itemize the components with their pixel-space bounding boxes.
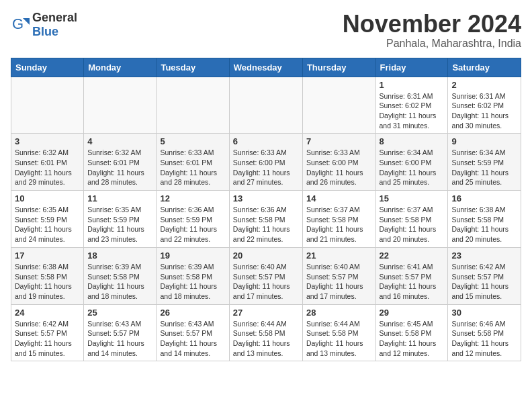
day-info: Sunrise: 6:40 AMSunset: 5:57 PMDaylight:… xyxy=(233,262,299,302)
day-number: 27 xyxy=(233,308,299,318)
calendar-cell: 2Sunrise: 6:31 AMSunset: 6:02 PMDaylight… xyxy=(448,77,521,134)
day-number: 12 xyxy=(160,193,225,203)
weekday-header: Thursday xyxy=(302,58,375,77)
day-info: Sunrise: 6:45 AMSunset: 5:58 PMDaylight:… xyxy=(380,319,445,359)
month-title: November 2024 xyxy=(343,11,521,38)
day-number: 4 xyxy=(87,136,152,146)
day-number: 24 xyxy=(15,308,80,318)
day-info: Sunrise: 6:33 AMSunset: 6:00 PMDaylight:… xyxy=(233,148,299,187)
day-number: 13 xyxy=(233,193,299,203)
calendar-table: SundayMondayTuesdayWednesdayThursdayFrid… xyxy=(11,58,521,362)
day-number: 29 xyxy=(380,308,445,318)
calendar-cell: 18Sunrise: 6:39 AMSunset: 5:58 PMDayligh… xyxy=(84,247,157,304)
weekday-header: Friday xyxy=(375,58,448,77)
calendar-cell: 28Sunrise: 6:44 AMSunset: 5:58 PMDayligh… xyxy=(302,304,375,361)
day-number: 28 xyxy=(306,308,372,318)
day-info: Sunrise: 6:37 AMSunset: 5:58 PMDaylight:… xyxy=(380,205,445,244)
weekday-header: Monday xyxy=(84,58,157,77)
day-number: 26 xyxy=(160,308,225,318)
calendar-cell xyxy=(11,77,84,134)
calendar-cell: 3Sunrise: 6:32 AMSunset: 6:01 PMDaylight… xyxy=(11,134,84,191)
day-number: 23 xyxy=(451,250,517,261)
calendar-cell: 20Sunrise: 6:40 AMSunset: 5:57 PMDayligh… xyxy=(229,247,302,304)
calendar-cell: 27Sunrise: 6:44 AMSunset: 5:58 PMDayligh… xyxy=(229,304,302,361)
day-number: 20 xyxy=(233,250,299,261)
calendar-cell: 1Sunrise: 6:31 AMSunset: 6:02 PMDaylight… xyxy=(375,77,448,134)
calendar-cell: 21Sunrise: 6:40 AMSunset: 5:57 PMDayligh… xyxy=(302,247,375,304)
day-info: Sunrise: 6:39 AMSunset: 5:58 PMDaylight:… xyxy=(160,262,225,302)
svg-text:G: G xyxy=(12,15,24,32)
weekday-header: Saturday xyxy=(448,58,521,77)
calendar-cell: 30Sunrise: 6:46 AMSunset: 5:58 PMDayligh… xyxy=(448,304,521,361)
calendar-cell: 9Sunrise: 6:34 AMSunset: 5:59 PMDaylight… xyxy=(448,134,521,191)
day-info: Sunrise: 6:42 AMSunset: 5:57 PMDaylight:… xyxy=(451,262,517,302)
calendar-header-row: SundayMondayTuesdayWednesdayThursdayFrid… xyxy=(11,58,521,77)
day-info: Sunrise: 6:33 AMSunset: 6:01 PMDaylight:… xyxy=(160,148,225,187)
day-number: 30 xyxy=(451,308,517,318)
calendar-cell: 6Sunrise: 6:33 AMSunset: 6:00 PMDaylight… xyxy=(229,134,302,191)
day-info: Sunrise: 6:44 AMSunset: 5:58 PMDaylight:… xyxy=(306,319,372,359)
calendar-cell xyxy=(157,77,229,134)
day-info: Sunrise: 6:36 AMSunset: 5:58 PMDaylight:… xyxy=(233,205,299,244)
day-info: Sunrise: 6:38 AMSunset: 5:58 PMDaylight:… xyxy=(451,205,517,244)
day-info: Sunrise: 6:37 AMSunset: 5:58 PMDaylight:… xyxy=(306,205,372,244)
calendar-cell: 16Sunrise: 6:38 AMSunset: 5:58 PMDayligh… xyxy=(448,191,521,248)
day-info: Sunrise: 6:35 AMSunset: 5:59 PMDaylight:… xyxy=(87,205,152,244)
calendar-week-row: 24Sunrise: 6:42 AMSunset: 5:57 PMDayligh… xyxy=(11,304,521,361)
day-number: 9 xyxy=(451,136,517,146)
day-number: 22 xyxy=(380,250,445,261)
day-number: 5 xyxy=(160,136,225,146)
logo-icon: G xyxy=(11,15,30,34)
calendar-cell: 13Sunrise: 6:36 AMSunset: 5:58 PMDayligh… xyxy=(229,191,302,248)
calendar-cell: 7Sunrise: 6:33 AMSunset: 6:00 PMDaylight… xyxy=(302,134,375,191)
day-info: Sunrise: 6:32 AMSunset: 6:01 PMDaylight:… xyxy=(87,148,152,187)
calendar-cell: 22Sunrise: 6:41 AMSunset: 5:57 PMDayligh… xyxy=(375,247,448,304)
svg-marker-1 xyxy=(23,18,30,25)
calendar-week-row: 10Sunrise: 6:35 AMSunset: 5:59 PMDayligh… xyxy=(11,191,521,248)
calendar-week-row: 17Sunrise: 6:38 AMSunset: 5:58 PMDayligh… xyxy=(11,247,521,304)
day-info: Sunrise: 6:46 AMSunset: 5:58 PMDaylight:… xyxy=(451,319,517,359)
day-info: Sunrise: 6:32 AMSunset: 6:01 PMDaylight:… xyxy=(15,148,80,187)
day-number: 3 xyxy=(15,136,80,146)
day-number: 21 xyxy=(306,250,372,261)
day-info: Sunrise: 6:42 AMSunset: 5:57 PMDaylight:… xyxy=(15,319,80,359)
day-info: Sunrise: 6:31 AMSunset: 6:02 PMDaylight:… xyxy=(451,91,517,131)
day-number: 8 xyxy=(380,136,445,146)
calendar-cell: 23Sunrise: 6:42 AMSunset: 5:57 PMDayligh… xyxy=(448,247,521,304)
day-number: 19 xyxy=(160,250,225,261)
day-number: 15 xyxy=(380,193,445,203)
calendar-cell: 11Sunrise: 6:35 AMSunset: 5:59 PMDayligh… xyxy=(84,191,157,248)
day-number: 17 xyxy=(15,250,80,261)
calendar-cell: 24Sunrise: 6:42 AMSunset: 5:57 PMDayligh… xyxy=(11,304,84,361)
calendar-cell: 15Sunrise: 6:37 AMSunset: 5:58 PMDayligh… xyxy=(375,191,448,248)
day-info: Sunrise: 6:39 AMSunset: 5:58 PMDaylight:… xyxy=(87,262,152,302)
logo-text-general: General xyxy=(32,11,77,24)
logo-text-blue: Blue xyxy=(32,25,58,38)
calendar-cell: 17Sunrise: 6:38 AMSunset: 5:58 PMDayligh… xyxy=(11,247,84,304)
calendar-cell: 29Sunrise: 6:45 AMSunset: 5:58 PMDayligh… xyxy=(375,304,448,361)
calendar-cell xyxy=(302,77,375,134)
day-info: Sunrise: 6:43 AMSunset: 5:57 PMDaylight:… xyxy=(160,319,225,359)
calendar-cell: 25Sunrise: 6:43 AMSunset: 5:57 PMDayligh… xyxy=(84,304,157,361)
day-number: 6 xyxy=(233,136,299,146)
calendar-cell: 4Sunrise: 6:32 AMSunset: 6:01 PMDaylight… xyxy=(84,134,157,191)
weekday-header: Tuesday xyxy=(157,58,229,77)
day-info: Sunrise: 6:40 AMSunset: 5:57 PMDaylight:… xyxy=(306,262,372,302)
day-info: Sunrise: 6:41 AMSunset: 5:57 PMDaylight:… xyxy=(380,262,445,302)
day-info: Sunrise: 6:34 AMSunset: 5:59 PMDaylight:… xyxy=(451,148,517,187)
logo: G General Blue xyxy=(11,11,77,39)
day-info: Sunrise: 6:35 AMSunset: 5:59 PMDaylight:… xyxy=(15,205,80,244)
calendar-cell: 12Sunrise: 6:36 AMSunset: 5:59 PMDayligh… xyxy=(157,191,229,248)
calendar-cell: 8Sunrise: 6:34 AMSunset: 6:00 PMDaylight… xyxy=(375,134,448,191)
day-number: 16 xyxy=(451,193,517,203)
day-info: Sunrise: 6:43 AMSunset: 5:57 PMDaylight:… xyxy=(87,319,152,359)
weekday-header: Wednesday xyxy=(229,58,302,77)
calendar-week-row: 3Sunrise: 6:32 AMSunset: 6:01 PMDaylight… xyxy=(11,134,521,191)
calendar-cell: 19Sunrise: 6:39 AMSunset: 5:58 PMDayligh… xyxy=(157,247,229,304)
calendar-cell xyxy=(229,77,302,134)
day-info: Sunrise: 6:31 AMSunset: 6:02 PMDaylight:… xyxy=(380,91,445,131)
calendar-week-row: 1Sunrise: 6:31 AMSunset: 6:02 PMDaylight… xyxy=(11,77,521,134)
day-number: 25 xyxy=(87,308,152,318)
day-info: Sunrise: 6:44 AMSunset: 5:58 PMDaylight:… xyxy=(233,319,299,359)
location-subtitle: Panhala, Maharashtra, India xyxy=(343,38,521,50)
